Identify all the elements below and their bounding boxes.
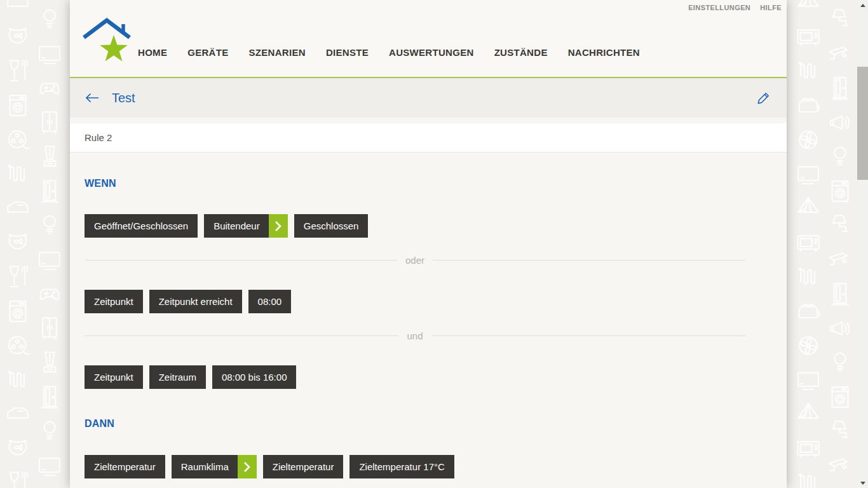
nav-item-home[interactable]: HOME (138, 47, 167, 58)
wenn-section-label: WENN (85, 178, 787, 189)
condition-time-chip[interactable]: 08:00 (248, 290, 292, 313)
fishbowl-icon (5, 24, 31, 50)
action-parameter-chip[interactable]: Zieltemperatur (263, 455, 344, 478)
chip-label: Zieltemperatur (273, 461, 334, 472)
heating-coil-icon (5, 161, 31, 187)
triangle-up-icon (860, 4, 865, 7)
chip-label: 08:00 bis 16:00 (222, 372, 287, 383)
divider-line (431, 336, 745, 336)
condition-type-chip[interactable]: Geöffnet/Geschlossen (85, 214, 198, 238)
washing-machine-icon (827, 384, 853, 410)
rule-name-row[interactable]: Rule 2 (70, 123, 787, 152)
condition-device-chip[interactable]: Buitendeur (204, 214, 288, 238)
background-pattern-right (788, 0, 857, 488)
nav-item-dienste[interactable]: DIENSTE (326, 47, 369, 58)
divider-line (85, 336, 398, 336)
fan-icon (796, 127, 821, 152)
rule-editor-content: WENN Geöffnet/Geschlossen Buitendeur Ges… (70, 178, 787, 478)
action-value-chip[interactable]: Zieltemperatur 17°C (349, 455, 454, 478)
game-controller-icon (37, 76, 62, 101)
back-button[interactable] (85, 93, 99, 103)
lightbulb-icon (37, 213, 62, 238)
chevron-right-icon[interactable] (238, 455, 257, 478)
condition-row: Zeitpunkt Zeitraum 08:00 bis 16:00 (85, 365, 787, 389)
edit-button[interactable] (757, 92, 770, 107)
door-icon (37, 384, 62, 410)
nav-item-nachrichten[interactable]: NACHRICHTEN (568, 47, 640, 58)
divider-line (433, 260, 745, 261)
tv-icon (37, 453, 62, 478)
page-title: Test (112, 91, 135, 105)
tv-icon (796, 367, 821, 393)
lightbulb-icon (827, 144, 853, 170)
nav-item-geraete[interactable]: GERÄTE (187, 47, 228, 58)
wardrobe-icon (37, 316, 62, 341)
condition-trigger-chip[interactable]: Zeitpunkt erreicht (149, 290, 242, 313)
paper-plane-icon (796, 0, 821, 15)
nav-item-auswertungen[interactable]: AUSWERTUNGEN (389, 47, 474, 58)
paper-plane-icon (796, 402, 821, 427)
divider-line (85, 260, 397, 261)
scroll-down-button[interactable] (857, 478, 868, 488)
action-type-chip[interactable]: Zieltemperatur (85, 455, 165, 478)
megaphone-icon (827, 316, 853, 341)
chip-label: 08:00 (258, 296, 282, 307)
fan-icon (796, 333, 821, 358)
divider-label: oder (397, 255, 433, 266)
paper-plane-icon (796, 196, 821, 221)
arrow-left-icon (85, 93, 99, 103)
lightbulb-icon (37, 419, 62, 444)
chip-label: Buitendeur (214, 220, 260, 231)
scroll-up-button[interactable] (857, 0, 868, 10)
vertical-scrollbar[interactable] (857, 0, 868, 488)
door-icon (37, 179, 62, 204)
chip-label: Zeitpunkt (94, 296, 133, 307)
security-camera-icon (827, 453, 853, 478)
chip-label: Zieltemperatur (94, 461, 156, 472)
condition-type-chip[interactable]: Zeitpunkt (85, 290, 143, 313)
heating-coil-icon (796, 264, 821, 290)
fishbowl-icon (5, 436, 31, 461)
settings-link[interactable]: EINSTELLUNGEN (688, 4, 750, 11)
help-link[interactable]: HILFE (760, 4, 782, 11)
door-icon (827, 76, 853, 101)
nav-item-zustaende[interactable]: ZUSTÄNDE (494, 47, 548, 58)
security-camera-icon (827, 41, 853, 67)
scrollbar-thumb[interactable] (857, 67, 868, 180)
chip-label: Zeitraum (159, 372, 196, 383)
toaster-icon (796, 299, 821, 324)
app-logo[interactable] (80, 18, 131, 67)
chip-label: Geöffnet/Geschlossen (94, 220, 188, 231)
heating-coil-icon (5, 367, 31, 393)
lightbulb-icon (827, 350, 853, 376)
action-device-chip[interactable]: Raumklima (172, 455, 257, 478)
chip-label: Zeitpunkt (94, 372, 133, 383)
nav-item-szenarien[interactable]: SZENARIEN (249, 47, 306, 58)
chevron-right-icon[interactable] (269, 214, 288, 238)
action-row: Zieltemperatur Raumklima Zieltemperatur … (85, 455, 787, 478)
house-star-logo-icon (80, 18, 131, 65)
logic-divider-oder: oder (85, 254, 745, 266)
microwave-icon (796, 230, 821, 255)
condition-type-chip[interactable]: Zeitpunkt (85, 365, 143, 389)
blender-icon (37, 144, 62, 170)
iron-icon (5, 196, 31, 221)
chip-label: Zeitpunkt erreicht (159, 296, 233, 307)
page-title-bar: Test (70, 78, 787, 118)
tv-icon (37, 41, 62, 67)
condition-range-chip[interactable]: Zeitraum (149, 365, 206, 389)
blender-icon (37, 350, 62, 376)
condition-timerange-chip[interactable]: 08:00 bis 16:00 (212, 365, 297, 389)
wineglass-icon (5, 58, 31, 84)
toaster-icon (796, 93, 821, 118)
wall-lamp-icon (827, 419, 853, 444)
top-utility-bar: EINSTELLUNGEN HILFE (688, 0, 787, 15)
microwave-icon (796, 436, 821, 461)
condition-row: Geöffnet/Geschlossen Buitendeur Geschlos… (85, 214, 787, 238)
wall-lamp-icon (827, 213, 853, 238)
dann-section-label: DANN (85, 418, 787, 430)
game-controller-icon (37, 281, 62, 307)
background-pattern-left (0, 0, 70, 488)
chip-label: Raumklima (181, 461, 229, 472)
condition-state-chip[interactable]: Geschlossen (294, 214, 369, 238)
